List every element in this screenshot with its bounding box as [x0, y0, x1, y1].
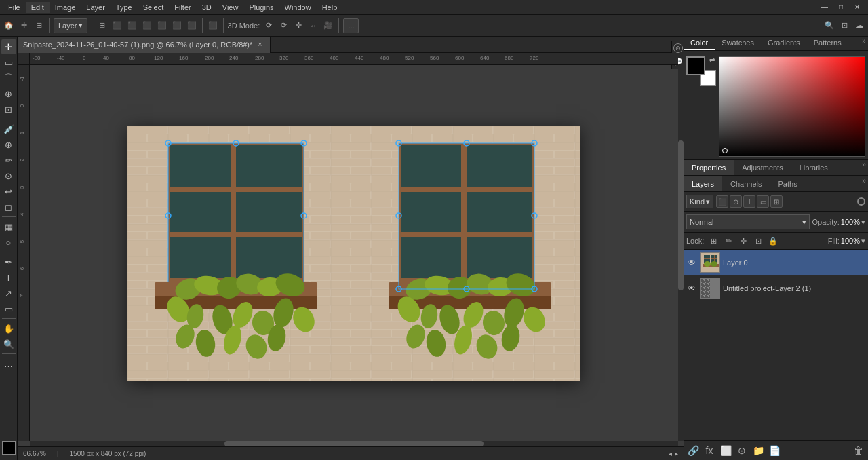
align-left-icon[interactable]: ⬛ — [111, 20, 123, 32]
color-tab[interactable]: Color — [684, 37, 715, 50]
vertical-scrollbar[interactable] — [678, 65, 684, 441]
camera-icon[interactable]: 🎥 — [322, 20, 334, 32]
lasso-tool[interactable]: ⌒ — [1, 71, 16, 85]
filter-type-icon[interactable]: T — [743, 195, 755, 208]
orbit-icon[interactable]: ⟳ — [262, 20, 275, 32]
swap-colors-btn[interactable]: ⇄ — [709, 56, 715, 64]
layer-2-item[interactable]: 👁 Untitled project-Layer 2 (1) — [684, 275, 868, 301]
layer-effects-btn[interactable]: fx — [703, 444, 716, 457]
maximize-button[interactable]: □ — [833, 0, 849, 15]
minimize-button[interactable]: ― — [816, 0, 833, 15]
scroll-right-btn[interactable]: ▸ — [675, 450, 678, 457]
new-layer-btn[interactable]: 📄 — [768, 444, 781, 457]
path-select-tool[interactable]: ↗ — [1, 286, 16, 301]
layer-0-visibility[interactable]: 👁 — [686, 257, 697, 268]
libraries-tab[interactable]: Libraries — [791, 160, 836, 175]
distribute-icon[interactable]: ⬛ — [207, 20, 219, 32]
lock-checkerboard-icon[interactable]: ⊞ — [708, 235, 719, 246]
document-tab[interactable]: Snipaste_2024-11-26_01-40-57 (1).png @ 6… — [18, 37, 271, 53]
arrange-panels-icon[interactable]: ⊡ — [838, 20, 850, 32]
eraser-tool[interactable]: ◻ — [1, 199, 16, 214]
gradient-tool[interactable]: ▦ — [1, 219, 16, 234]
tab-close-button[interactable]: × — [255, 40, 264, 50]
lock-move-icon[interactable]: ✛ — [738, 235, 749, 246]
layer-mode-dropdown[interactable]: Layer ▾ — [54, 18, 87, 33]
menu-select[interactable]: Select — [138, 2, 170, 13]
lock-draw-icon[interactable]: ✏ — [723, 235, 734, 246]
move-tool[interactable]: ✛ — [1, 39, 16, 54]
rect-select-tool[interactable]: ▭ — [1, 55, 16, 70]
blend-mode-dropdown[interactable]: Normal ▾ — [686, 214, 810, 229]
align-bottom-icon[interactable]: ⬛ — [186, 20, 198, 32]
channels-tab[interactable]: Channels — [722, 176, 770, 191]
adjustments-tab[interactable]: Adjustments — [734, 160, 791, 175]
cloud-icon[interactable]: ☁ — [853, 20, 865, 32]
filter-shape-icon[interactable]: ▭ — [757, 195, 769, 208]
menu-file[interactable]: File — [3, 2, 26, 13]
filter-smart-icon[interactable]: ⊞ — [770, 195, 783, 208]
paths-tab[interactable]: Paths — [770, 176, 806, 191]
filter-toggle[interactable] — [857, 197, 865, 206]
transform-icon[interactable]: ⊞ — [96, 20, 108, 32]
layer-0-item[interactable]: 👁 — [684, 250, 868, 275]
home-icon[interactable]: 🏠 — [3, 20, 15, 32]
crop-tool[interactable]: ⊡ — [1, 102, 16, 117]
zoom-tool[interactable]: 🔍 — [1, 337, 16, 351]
group-btn[interactable]: 📁 — [751, 444, 765, 457]
menu-plugins[interactable]: Plugins — [243, 2, 279, 13]
layer-2-visibility[interactable]: 👁 — [686, 283, 697, 294]
adjustment-layer-btn[interactable]: ⊙ — [735, 444, 749, 457]
heal-tool[interactable]: ⊕ — [1, 137, 16, 152]
more-tools-button[interactable]: … — [1, 356, 16, 371]
history-brush-tool[interactable]: ↩ — [1, 184, 16, 199]
move-icon[interactable]: ✛ — [18, 20, 30, 32]
menu-layer[interactable]: Layer — [81, 2, 111, 13]
layers-tab[interactable]: Layers — [684, 176, 722, 191]
menu-edit[interactable]: Edit — [26, 2, 50, 13]
color-gradient-area[interactable] — [719, 56, 865, 157]
close-button[interactable]: ✕ — [849, 0, 865, 15]
roll-icon[interactable]: ⟳ — [277, 20, 290, 32]
align-right-icon[interactable]: ⬛ — [141, 20, 153, 32]
dodge-tool[interactable]: ○ — [1, 235, 16, 250]
pen-tool[interactable]: ✒ — [1, 254, 16, 269]
magic-wand-tool[interactable]: ⊕ — [1, 86, 16, 101]
lock-all-icon[interactable]: 🔒 — [768, 235, 778, 246]
menu-3d[interactable]: 3D — [197, 2, 217, 13]
slide-icon[interactable]: ↔ — [307, 20, 319, 32]
add-mask-btn[interactable]: ⬜ — [719, 444, 732, 457]
delete-layer-btn[interactable]: 🗑 — [852, 444, 865, 457]
lock-artboard-icon[interactable]: ⊡ — [753, 235, 764, 246]
align-center-h-icon[interactable]: ⬛ — [126, 20, 138, 32]
shape-tool[interactable]: ▭ — [1, 301, 16, 316]
opacity-value[interactable]: 100% — [841, 218, 860, 226]
props-panel-collapse[interactable]: » — [860, 160, 868, 168]
search-icon[interactable]: 🔍 — [823, 20, 835, 32]
gradients-tab[interactable]: Gradients — [761, 37, 807, 50]
swatches-tab[interactable]: Swatches — [715, 37, 761, 50]
hand-tool[interactable]: ✋ — [1, 321, 16, 336]
link-layers-btn[interactable]: 🔗 — [686, 444, 700, 457]
menu-view[interactable]: View — [217, 2, 244, 13]
brush-tool[interactable]: ✏ — [1, 153, 16, 168]
menu-filter[interactable]: Filter — [169, 2, 196, 13]
align-icon2[interactable]: ⬛ — [156, 20, 168, 32]
menu-image[interactable]: Image — [50, 2, 81, 13]
horizontal-scrollbar[interactable] — [30, 441, 678, 446]
type-tool[interactable]: T — [1, 270, 16, 285]
foreground-swatch[interactable] — [686, 56, 705, 75]
clone-tool[interactable]: ⊙ — [1, 168, 16, 183]
panel-icon-1[interactable]: ⊙ — [673, 43, 683, 53]
menu-help[interactable]: Help — [317, 2, 343, 13]
align-top-icon[interactable]: ⬛ — [171, 20, 183, 32]
patterns-tab[interactable]: Patterns — [807, 37, 848, 50]
menu-type[interactable]: Type — [111, 2, 138, 13]
eyedropper-tool[interactable]: 💉 — [1, 121, 16, 136]
arrange-icon[interactable]: ⊞ — [33, 20, 45, 32]
filter-pixel-icon[interactable]: ⬛ — [716, 195, 728, 208]
pan-icon[interactable]: ✛ — [292, 20, 304, 32]
more-options-button[interactable]: ... — [343, 18, 359, 33]
color-panel-collapse[interactable]: » — [860, 37, 868, 45]
menu-window[interactable]: Window — [279, 2, 317, 13]
scroll-left-btn[interactable]: ◂ — [669, 450, 672, 457]
